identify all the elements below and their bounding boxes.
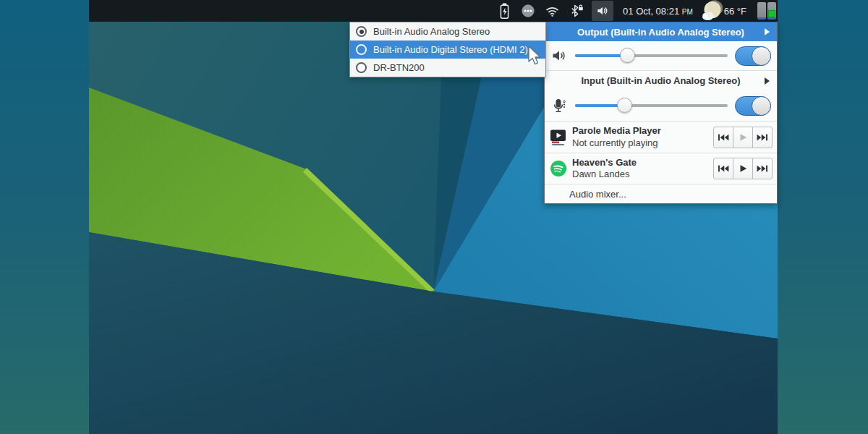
- desktop: 01 Oct, 08:21 PM 66 °F Output (Built-in …: [0, 0, 868, 434]
- device-item-analog-stereo[interactable]: Built-in Audio Analog Stereo: [350, 22, 545, 41]
- output-toggle-knob: [752, 46, 771, 66]
- input-mute-toggle[interactable]: [735, 96, 771, 116]
- mouse-cursor: [527, 45, 542, 67]
- submenu-arrow-icon: [765, 77, 770, 85]
- battery-icon[interactable]: [496, 2, 512, 20]
- player-title: Parole Media Player: [572, 125, 709, 137]
- play-button[interactable]: [733, 127, 753, 148]
- submenu-arrow-icon: [765, 28, 770, 35]
- device-label: DR-BTN200: [373, 62, 425, 73]
- output-slider-handle[interactable]: [620, 48, 635, 63]
- audio-mixer-label: Audio mixer...: [569, 189, 626, 200]
- output-volume-row: [545, 41, 777, 70]
- player-row: Parole Media Player Not currently playin…: [545, 122, 777, 153]
- radio-unselected-icon: [356, 62, 367, 73]
- volume-panel-button[interactable]: [592, 1, 613, 21]
- weather-applet[interactable]: 66 °F: [701, 0, 746, 22]
- wifi-icon[interactable]: [544, 2, 560, 20]
- input-header-label: Input (Built-in Audio Analog Stereo): [581, 75, 740, 86]
- radio-unselected-icon: [356, 44, 367, 55]
- speaker-icon: [550, 47, 568, 64]
- output-slider-fill: [575, 54, 627, 57]
- next-button[interactable]: [752, 158, 773, 179]
- moon-cloud-icon: [701, 0, 723, 22]
- output-device-menu-item[interactable]: Output (Built-in Audio Analog Stereo): [545, 22, 777, 41]
- microphone-icon: [550, 97, 568, 114]
- output-mute-toggle[interactable]: [735, 46, 771, 66]
- temperature-label: 66 °F: [724, 6, 746, 17]
- input-toggle-knob: [752, 96, 771, 116]
- previous-button[interactable]: [713, 127, 733, 148]
- top-panel: 01 Oct, 08:21 PM 66 °F: [89, 0, 778, 22]
- output-slider[interactable]: [575, 48, 728, 64]
- player-subtitle: Not currently playing: [572, 137, 709, 149]
- input-slider-handle[interactable]: [617, 98, 632, 113]
- input-slider[interactable]: [575, 98, 728, 114]
- radio-selected-icon: [356, 26, 367, 37]
- bluetooth-locked-icon[interactable]: [568, 2, 584, 20]
- workspace-pager[interactable]: [757, 2, 776, 20]
- letterbox-right: [778, 0, 868, 434]
- audio-popup-menu: Output (Built-in Audio Analog Stereo) In…: [544, 22, 778, 204]
- workspace-2[interactable]: [767, 2, 776, 20]
- player-row: Heaven's Gate Dawn Landes: [545, 153, 777, 184]
- media-controls: [713, 127, 773, 148]
- play-button[interactable]: [733, 158, 753, 179]
- device-item-dr-btn200[interactable]: DR-BTN200: [350, 59, 545, 77]
- audio-mixer-menu-item[interactable]: Audio mixer...: [545, 184, 777, 203]
- previous-button[interactable]: [713, 158, 733, 179]
- parole-player-icon: [549, 128, 568, 147]
- indicator-dots-icon[interactable]: [520, 2, 536, 20]
- letterbox-left: [0, 0, 89, 434]
- workspace-1[interactable]: [757, 2, 766, 20]
- output-device-submenu: Built-in Audio Analog Stereo Built-in Au…: [349, 22, 546, 77]
- clock-datetime: 01 Oct, 08:21: [623, 6, 679, 17]
- output-header-label: Output (Built-in Audio Analog Stereo): [577, 27, 744, 38]
- input-volume-row: [545, 90, 777, 121]
- player-title: Heaven's Gate: [572, 157, 709, 169]
- clock-meridiem: PM: [682, 8, 693, 16]
- input-device-menu-item[interactable]: Input (Built-in Audio Analog Stereo): [545, 71, 777, 90]
- device-item-hdmi-stereo[interactable]: Built-in Audio Digital Stereo (HDMI 2): [350, 41, 545, 59]
- workspace-window-indicator: [768, 10, 775, 17]
- device-label: Built-in Audio Digital Stereo (HDMI 2): [373, 44, 528, 55]
- next-button[interactable]: [752, 127, 773, 148]
- media-controls: [713, 158, 773, 179]
- spotify-icon: [549, 159, 568, 178]
- device-label: Built-in Audio Analog Stereo: [373, 26, 490, 37]
- player-subtitle: Dawn Landes: [572, 169, 709, 180]
- panel-clock[interactable]: 01 Oct, 08:21 PM: [623, 6, 693, 17]
